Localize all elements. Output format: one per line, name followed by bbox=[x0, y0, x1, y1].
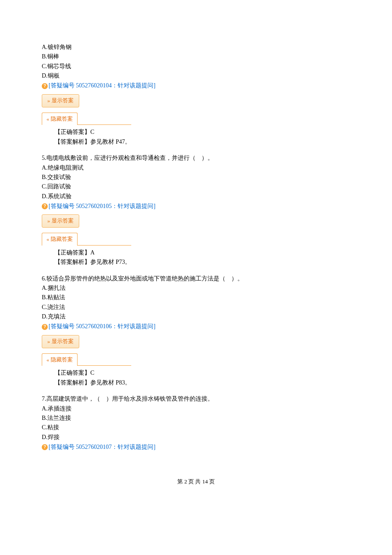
q7-option-b: B.法兰连接 bbox=[42, 413, 350, 423]
q7-option-a: A.承插连接 bbox=[42, 404, 350, 413]
question-mark-icon: ? bbox=[42, 203, 48, 209]
q4-ask-link[interactable]: ? [答疑编号 505276020104：针对该题提问] bbox=[42, 81, 156, 90]
page-content: A.镀锌角钢 B.铜棒 C.铜芯导线 D.铜板 ? [答疑编号 50527602… bbox=[0, 0, 392, 503]
q5-show-answer-button[interactable]: » 显示答案 bbox=[42, 214, 79, 228]
q6-ask-link[interactable]: ? [答疑编号 505276020106：针对该题提问] bbox=[42, 322, 156, 331]
q4-option-b: B.铜棒 bbox=[42, 52, 350, 61]
q4-answer-block: 【正确答案】C 【答案解析】参见教材 P47。 bbox=[42, 127, 350, 147]
q7-option-c: C.粘接 bbox=[42, 423, 350, 432]
q6-show-answer-button[interactable]: » 显示答案 bbox=[42, 335, 79, 348]
q5-answer-block: 【正确答案】A 【答案解析】参见教材 P73。 bbox=[42, 248, 350, 267]
question-mark-icon: ? bbox=[42, 324, 48, 330]
q6-correct-answer: 【正确答案】C bbox=[55, 368, 350, 378]
q6-option-a: A.捆扎法 bbox=[42, 283, 350, 293]
q5-option-d: D.系统试验 bbox=[42, 192, 350, 201]
q4-analysis: 【答案解析】参见教材 P47。 bbox=[55, 137, 350, 147]
q5-correct-answer: 【正确答案】A bbox=[55, 248, 350, 257]
q6-option-d: D.充填法 bbox=[42, 312, 350, 321]
q5-analysis: 【答案解析】参见教材 P73。 bbox=[55, 257, 350, 267]
q4-correct-answer: 【正确答案】C bbox=[55, 127, 350, 137]
q4-show-answer-button[interactable]: » 显示答案 bbox=[42, 94, 79, 107]
q4-option-c: C.铜芯导线 bbox=[42, 62, 350, 71]
q6-answer-block: 【正确答案】C 【答案解析】参见教材 P83。 bbox=[42, 368, 350, 387]
q4-option-a: A.镀锌角钢 bbox=[42, 43, 350, 52]
page-number: 第 2 页 共 14 页 bbox=[42, 477, 350, 486]
q4-option-d: D.铜板 bbox=[42, 71, 350, 81]
q6-question: 6.较适合异形管件的绝热以及室外地面或地下管道绝热的施工方法是（ ）。 bbox=[42, 274, 350, 283]
q7-ask-link[interactable]: ? [答疑编号 505276020107：针对该题提问] bbox=[42, 442, 156, 452]
q6-hide-answer-button[interactable]: « 隐藏答案 bbox=[42, 353, 78, 366]
q6-ask-link-text: [答疑编号 505276020106：针对该题提问] bbox=[49, 322, 156, 331]
q4-ask-link-text: [答疑编号 505276020104：针对该题提问] bbox=[49, 81, 156, 90]
q5-ask-link[interactable]: ? [答疑编号 505276020105：针对该题提问] bbox=[42, 202, 156, 211]
question-mark-icon: ? bbox=[42, 83, 48, 89]
q5-question: 5.电缆电线敷设前，应进行外观检查和导通检查，并进行（ ）。 bbox=[42, 153, 350, 163]
q6-analysis: 【答案解析】参见教材 P83。 bbox=[55, 378, 350, 387]
q5-hide-answer-button[interactable]: « 隐藏答案 bbox=[42, 233, 78, 246]
q5-option-b: B.交接试验 bbox=[42, 173, 350, 182]
q4-hide-answer-button[interactable]: « 隐藏答案 bbox=[42, 113, 78, 125]
q5-option-a: A.绝缘电阻测试 bbox=[42, 163, 350, 173]
q5-ask-link-text: [答疑编号 505276020105：针对该题提问] bbox=[49, 202, 156, 211]
q6-option-b: B.粘贴法 bbox=[42, 293, 350, 302]
q7-ask-link-text: [答疑编号 505276020107：针对该题提问] bbox=[49, 442, 156, 452]
q6-option-c: C.浇注法 bbox=[42, 303, 350, 312]
q7-option-d: D.焊接 bbox=[42, 433, 350, 442]
question-mark-icon: ? bbox=[42, 444, 48, 450]
q7-question: 7.高层建筑管道中，（ ）用于给水及排水铸铁管及管件的连接。 bbox=[42, 394, 350, 404]
q5-option-c: C.回路试验 bbox=[42, 182, 350, 191]
